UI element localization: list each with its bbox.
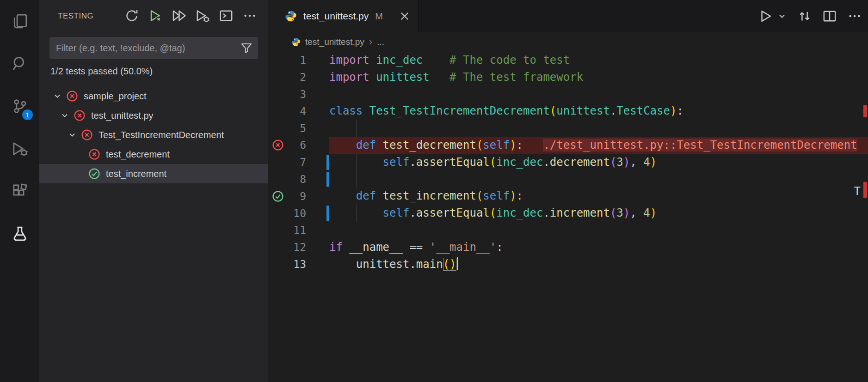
run-all-tests-button[interactable] [172,9,186,23]
line-number: 9 [289,190,306,202]
code-token: . [543,156,549,169]
play-icon[interactable] [759,9,773,23]
tests-passed-status: 1/2 tests passed (50.0%) [50,66,153,77]
code-text[interactable]: self.assertEqual(inc_dec.increment(3), 4… [329,205,868,222]
code-token: self [483,139,510,152]
code-token [523,139,543,152]
code-text[interactable]: class Test_TestIncrementDecrement(unitte… [329,103,868,120]
code-token: self [383,206,410,219]
run-failed-tests-button[interactable] [148,9,162,23]
run-x-icon[interactable] [148,9,162,23]
overview-ruler-error-mark [863,105,867,117]
run-all-icon[interactable] [172,9,186,23]
tab-test-unittest[interactable]: test_unittest.py M [268,0,419,32]
code-text[interactable]: import unittest # The test framework [329,69,868,86]
split-icon[interactable] [823,9,837,23]
activity-extensions[interactable] [0,170,39,212]
activity-run-debug[interactable] [0,127,39,170]
code-text[interactable]: def test_decrement(self): ./test_unittes… [329,137,868,154]
code-token: == [409,241,423,254]
activity-explorer[interactable] [0,0,39,42]
code-token: inc_dec [496,156,543,169]
code-token [430,71,449,84]
tree-item-sample_project[interactable]: sample_project [39,86,268,106]
changes-icon[interactable] [798,9,812,23]
tree-item-label: test_decrement [106,149,170,160]
line-number: 5 [289,122,306,134]
code-token: increment [550,206,610,219]
code-text[interactable]: unittest.main() [329,256,868,273]
test-filter-input[interactable] [49,43,240,54]
code-token: assertEqual [416,156,490,169]
activity-source-control[interactable]: 1 [0,85,39,127]
breadcrumb-separator: › [369,36,372,48]
test-fail-icon [81,129,93,141]
code-token: Test_TestIncrementDecrement [369,104,550,117]
activity-testing[interactable] [0,212,39,255]
activity-search[interactable] [0,42,39,85]
code-text[interactable] [329,222,868,239]
tree-item-test_decrement[interactable]: test_decrement [39,145,268,164]
line-number: 11 [289,224,306,236]
code-token [376,139,382,152]
close-tab-icon[interactable] [399,10,411,22]
refresh-tests-button[interactable] [125,9,139,23]
code-text[interactable]: import inc_dec # The code to test [329,52,868,69]
code-token [329,258,356,271]
more-icon[interactable] [243,9,257,23]
refresh-icon[interactable] [125,9,139,23]
python-icon [285,10,297,22]
breadcrumb-file[interactable]: test_unittest.py [305,37,364,47]
code-token: test_increment [383,189,476,202]
testing-sidebar: TESTING 1/2 tests passed (50.0%) sample_… [39,0,268,382]
code-token [369,71,376,84]
editor-group: test_unittest.py M test_unittest.py › ..… [268,0,868,382]
more-actions-button[interactable] [243,9,257,23]
chevron-down-icon[interactable] [784,12,787,21]
code-token: ) [623,206,630,219]
code-area[interactable]: 1import inc_dec # The code to test2impor… [268,52,868,382]
test-pass-gutter-icon[interactable] [268,190,289,202]
code-line: 6 def test_decrement(self): ./test_unitt… [268,137,868,154]
breadcrumb: test_unittest.py › ... [268,32,868,52]
code-token: ( [490,156,496,169]
tree-item-test_increment[interactable]: test_increment [39,164,268,183]
line-number: 13 [289,258,306,270]
chevron-down-icon[interactable] [65,130,79,139]
code-text[interactable]: self.assertEqual(inc_dec.decrement(3), 4… [329,154,868,171]
files-icon [12,13,28,29]
activity-bar: 1 [0,0,39,382]
code-line: 13 unittest.main() [268,256,868,273]
indent-guide [356,120,357,137]
breadcrumb-more[interactable]: ... [377,37,384,47]
code-line: 8 [268,171,868,188]
tree-item-Test_TestIncrementDecrement[interactable]: Test_TestIncrementDecrement [39,125,268,145]
tree-item-test_unittest.py[interactable]: test_unittest.py [39,106,268,125]
line-number: 8 [289,173,306,185]
code-text[interactable]: if __name__ == '__main__': [329,239,868,256]
code-line: 7 self.assertEqual(inc_dec.decrement(3),… [268,154,868,171]
code-token: ) [650,206,657,219]
code-token: '__main__' [430,241,497,254]
debug-run-icon[interactable] [196,9,209,23]
code-text[interactable] [329,120,868,137]
code-token: 4 [643,206,650,219]
code-text[interactable]: def test_increment(self): [329,188,868,205]
code-text[interactable] [329,86,868,103]
editor-actions [759,0,862,32]
code-text[interactable] [329,171,868,188]
debug-tests-button[interactable] [196,9,209,23]
code-token: ) [670,104,677,117]
more-icon[interactable] [848,9,862,23]
panel-icon[interactable] [219,9,233,23]
chevron-down-icon[interactable] [58,111,72,120]
filter-icon[interactable] [240,42,252,54]
source-control-badge: 1 [22,109,33,120]
chevron-down-icon[interactable] [50,91,64,101]
line-number: 1 [289,54,306,66]
test-fail-gutter-icon[interactable] [268,139,289,151]
code-token: . [543,206,549,219]
code-token: # The code to test [449,54,570,67]
open-as-panel-button[interactable] [219,9,233,23]
test-fail-icon [74,109,86,121]
